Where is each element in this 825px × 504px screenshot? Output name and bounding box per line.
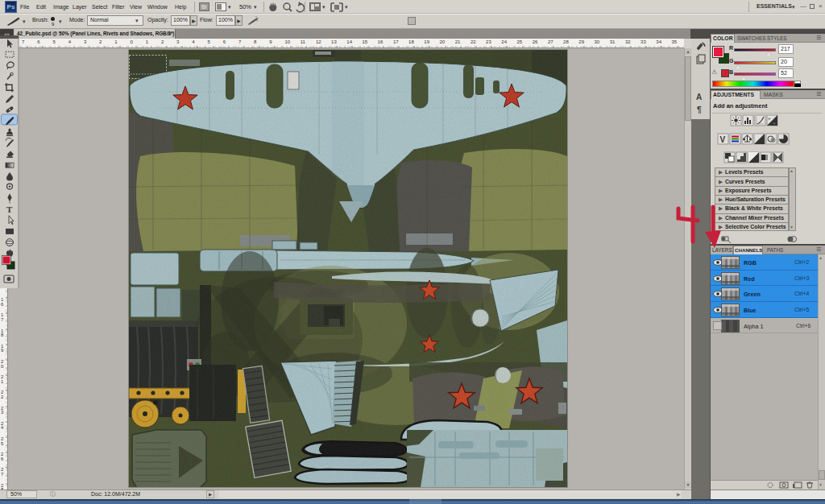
svg-text:¶: ¶ — [697, 105, 702, 114]
svg-text:-: - — [773, 121, 775, 126]
svg-text:V: V — [720, 135, 726, 144]
svg-text:+: + — [768, 116, 771, 121]
svg-text:A: A — [696, 93, 702, 101]
svg-text:T: T — [6, 204, 13, 214]
